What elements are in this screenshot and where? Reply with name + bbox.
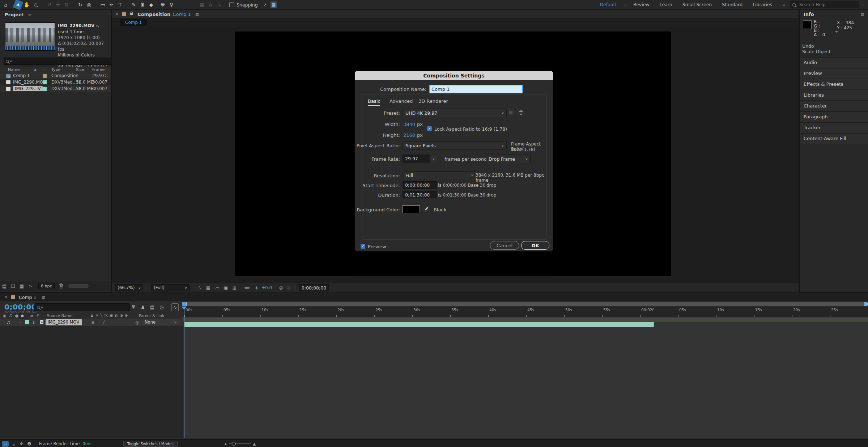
- new-folder-icon[interactable]: ❏: [9, 283, 17, 289]
- row-label-color[interactable]: [43, 80, 47, 84]
- shy-layers-icon[interactable]: ♟: [138, 303, 148, 311]
- shape-tool[interactable]: ▭: [98, 1, 107, 9]
- workspace-small-screen[interactable]: Small Screen: [677, 0, 717, 9]
- motion-blur-switch-icon[interactable]: ◐: [115, 313, 118, 317]
- roto-brush-tool[interactable]: ❋: [158, 1, 167, 9]
- selection-tool[interactable]: ➤: [13, 0, 23, 10]
- transparency-grid-icon[interactable]: ▦: [204, 285, 213, 291]
- tab-content-aware-fill[interactable]: Content-Aware Fill: [800, 133, 868, 144]
- workspace-default[interactable]: Default: [595, 0, 621, 9]
- bpc-button[interactable]: 8 bpc: [38, 283, 55, 289]
- tab-tracker[interactable]: Tracker: [800, 122, 868, 133]
- project-settings-icon[interactable]: ➣: [26, 283, 35, 289]
- layer-label-color[interactable]: [25, 320, 29, 324]
- project-footer-scrollbar[interactable]: [68, 284, 89, 288]
- close-panel-icon[interactable]: ×: [115, 12, 119, 17]
- tab-basic[interactable]: Basic: [368, 98, 380, 106]
- tab-preview[interactable]: Preview: [800, 68, 868, 79]
- trash-icon[interactable]: [59, 283, 63, 288]
- timeline-zoom-control[interactable]: ▲ ▲: [225, 442, 256, 446]
- collapse-switch-icon[interactable]: ✳: [95, 313, 98, 317]
- dialog-titlebar[interactable]: Composition Settings: [355, 71, 553, 80]
- width-value[interactable]: 3840: [403, 122, 415, 127]
- workspace-overflow-icon[interactable]: »: [782, 2, 785, 8]
- mask-mode-icon[interactable]: ◲: [10, 441, 17, 447]
- composition-name-input[interactable]: [429, 85, 523, 93]
- ok-button[interactable]: OK: [521, 241, 549, 250]
- resolution-dialog-dropdown[interactable]: Full∨: [403, 171, 476, 179]
- frame-blend-switch-icon[interactable]: ▣: [110, 313, 113, 317]
- puppet-pin-tool[interactable]: ⚲: [167, 1, 176, 9]
- snapping-checkbox[interactable]: [229, 2, 234, 7]
- zoom-in-mountain-icon[interactable]: ▲: [253, 442, 256, 446]
- 3d-switch-icon[interactable]: ⊕: [125, 313, 128, 317]
- delete-preset-icon[interactable]: [517, 109, 525, 117]
- workspace-standard[interactable]: Standard: [717, 0, 748, 9]
- search-help-box[interactable]: [790, 1, 859, 8]
- time-ruler[interactable]: 00s05s10s15s20s25s30s35s40s45s50s55s00:0…: [183, 307, 868, 318]
- project-row-name[interactable]: IMG_2290.MOV: [13, 80, 46, 85]
- show-snapshot-icon[interactable]: ✇: [287, 285, 291, 291]
- reset-exposure-icon[interactable]: ✳: [255, 285, 259, 291]
- toggle-switches-button[interactable]: Toggle Switches / Modes: [123, 441, 178, 447]
- project-row[interactable]: Comp 1Composition29.97∷: [0, 72, 111, 79]
- tab-audio[interactable]: Audio: [800, 57, 868, 68]
- layer-row[interactable]: ♬ › 1 IMG_2290.MOV ♟ ╱ ◎ None∨: [0, 319, 183, 326]
- project-search-box[interactable]: ∨: [4, 58, 111, 65]
- sort-ascending-icon[interactable]: ▲: [34, 68, 37, 71]
- tab-effects-presets[interactable]: Effects & Presets: [800, 79, 868, 90]
- layer-expander-icon[interactable]: ›: [20, 320, 21, 325]
- frame-blending-icon[interactable]: ▤: [148, 303, 157, 311]
- start-timecode-input[interactable]: 0;00;00;00: [403, 181, 437, 189]
- timeline-panel-menu-icon[interactable]: ≡: [41, 295, 45, 300]
- info-panel-menu-icon[interactable]: ≡: [860, 12, 864, 17]
- type-tool[interactable]: T: [116, 1, 124, 9]
- rotation-tool[interactable]: ↻: [76, 1, 85, 9]
- timeline-search-box[interactable]: ∨: [34, 303, 130, 311]
- project-row-name[interactable]: Comp 1: [13, 73, 30, 78]
- video-visibility-icon[interactable]: ◉: [3, 313, 7, 318]
- duration-input[interactable]: 0;01;30;00: [403, 191, 437, 198]
- project-row[interactable]: IMG_2290.MOVDXV3Med...rt58.0 MB30.007: [0, 79, 111, 85]
- fx-switch-icon[interactable]: fx: [104, 313, 107, 317]
- graph-editor-icon[interactable]: ∿: [171, 303, 179, 311]
- workspace-libraries[interactable]: Libraries: [748, 0, 777, 9]
- preview-checkbox[interactable]: ✓: [361, 244, 365, 249]
- plugins-icon[interactable]: ✥: [18, 441, 25, 447]
- parent-dropdown[interactable]: None∨: [142, 319, 179, 325]
- channel-icon[interactable]: [244, 287, 250, 289]
- background-color-swatch[interactable]: [403, 205, 420, 213]
- adjustment-switch-icon[interactable]: ◑: [120, 313, 123, 317]
- viewer-panel-menu-icon[interactable]: ≡: [195, 12, 199, 17]
- fast-previews-icon[interactable]: ϟ: [195, 285, 204, 291]
- view-layout-icon[interactable]: ⊞: [230, 285, 239, 291]
- magnification-dropdown[interactable]: (66.7%)∨: [115, 284, 143, 291]
- playhead-line[interactable]: [184, 306, 184, 438]
- viewer-timecode[interactable]: 0;00;00;00: [299, 284, 329, 291]
- new-composition-icon[interactable]: ▦: [17, 283, 26, 289]
- panel-menu-icon[interactable]: ≡: [861, 2, 865, 8]
- hand-tool[interactable]: ✋: [22, 1, 31, 9]
- preset-dropdown[interactable]: UHD 4K 29.97∨: [403, 109, 507, 117]
- workspace-learn[interactable]: Learn: [655, 0, 677, 9]
- tab-project[interactable]: Project: [5, 12, 24, 17]
- pixel-aspect-dropdown[interactable]: Square Pixels∨: [403, 141, 507, 150]
- eyedropper-icon[interactable]: [423, 205, 430, 212]
- workspace-review[interactable]: Review: [628, 0, 655, 9]
- brush-tool[interactable]: ✎: [129, 1, 138, 9]
- feedback-icon[interactable]: ☻: [26, 441, 33, 447]
- layer-quality-switch-icon[interactable]: ╱: [103, 320, 105, 325]
- mask-visibility-icon[interactable]: ▱: [213, 285, 221, 291]
- layer-anchor-switch-icon[interactable]: ♟: [91, 320, 95, 325]
- row-label-color[interactable]: [43, 87, 47, 91]
- zoom-out-mountain-icon[interactable]: ▲: [225, 442, 227, 446]
- save-preset-icon[interactable]: [507, 109, 515, 117]
- tab-paragraph[interactable]: Paragraph: [800, 111, 868, 122]
- drop-frame-dropdown[interactable]: Drop Frame∨: [486, 155, 531, 163]
- project-row-name[interactable]: IMG_229...V: [13, 86, 43, 91]
- lock-aspect-checkbox[interactable]: ✓: [427, 126, 432, 131]
- index-column[interactable]: #: [36, 313, 39, 318]
- tab-comp-1[interactable]: Comp 1: [120, 19, 147, 26]
- workspace-menu-icon[interactable]: ≡: [623, 2, 627, 8]
- timeline-search-input[interactable]: [43, 304, 117, 311]
